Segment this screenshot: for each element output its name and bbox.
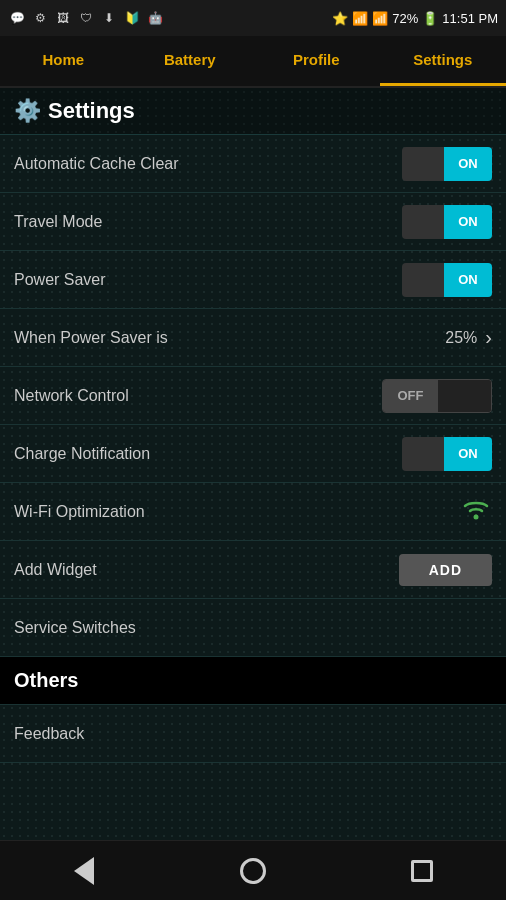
time: 11:51 PM <box>442 11 498 26</box>
status-icons-left: 💬 ⚙ 🖼 🛡 ⬇ 🔰 🤖 <box>8 9 164 27</box>
row-travel-mode: Travel Mode ON <box>0 193 506 251</box>
row-feedback[interactable]: Feedback <box>0 705 506 763</box>
toggle-on-label: ON <box>444 147 492 181</box>
label-charge-notification: Charge Notification <box>14 445 150 463</box>
settings-gear-icon: ⚙️ <box>14 98 40 124</box>
home-icon <box>240 858 266 884</box>
label-feedback: Feedback <box>14 725 84 743</box>
label-automatic-cache-clear: Automatic Cache Clear <box>14 155 179 173</box>
wifi-status-icon: 📶 <box>352 11 368 26</box>
toggle-automatic-cache-clear[interactable]: ON <box>402 147 492 181</box>
android-icon: 🤖 <box>146 9 164 27</box>
battery-icon: 🔋 <box>422 11 438 26</box>
tab-battery[interactable]: Battery <box>127 36 254 86</box>
back-button[interactable] <box>64 851 104 891</box>
tab-home[interactable]: Home <box>0 36 127 86</box>
toggle-on-label: ON <box>444 205 492 239</box>
row-service-switches[interactable]: Service Switches <box>0 599 506 657</box>
toggle-off-portion <box>402 147 444 181</box>
status-bar: 💬 ⚙ 🖼 🛡 ⬇ 🔰 🤖 ⭐ 📶 📶 72% 🔋 11:51 PM <box>0 0 506 36</box>
chevron-right-icon: › <box>485 326 492 349</box>
row-wifi-optimization[interactable]: Wi-Fi Optimization <box>0 483 506 541</box>
control-add-widget[interactable]: ADD <box>399 554 492 586</box>
percentage-value: 25% <box>445 329 477 347</box>
toggle-off-portion <box>402 437 444 471</box>
control-charge-notification[interactable]: ON <box>402 437 492 471</box>
control-when-power-saver[interactable]: 25% › <box>445 326 492 349</box>
label-network-control: Network Control <box>14 387 129 405</box>
tab-profile[interactable]: Profile <box>253 36 380 86</box>
main-content: ⚙️ Settings Automatic Cache Clear ON Tra… <box>0 88 506 840</box>
status-right: ⭐ 📶 📶 72% 🔋 11:51 PM <box>332 11 498 26</box>
recent-button[interactable] <box>402 851 442 891</box>
message-icon: 💬 <box>8 9 26 27</box>
section-others-title: Others <box>14 669 78 691</box>
row-when-power-saver[interactable]: When Power Saver is 25% › <box>0 309 506 367</box>
wifi-signal-icon <box>460 494 492 529</box>
label-wifi-optimization: Wi-Fi Optimization <box>14 503 145 521</box>
toggle-on-label: ON <box>444 437 492 471</box>
home-button[interactable] <box>233 851 273 891</box>
toggle-off-label: OFF <box>383 380 438 412</box>
row-add-widget: Add Widget ADD <box>0 541 506 599</box>
shield-icon: 🛡 <box>77 9 95 27</box>
page-title: Settings <box>48 98 135 124</box>
control-wifi-optimization <box>460 494 492 529</box>
bottom-nav <box>0 840 506 900</box>
label-travel-mode: Travel Mode <box>14 213 102 231</box>
toggle-power-saver[interactable]: ON <box>402 263 492 297</box>
image-icon: 🖼 <box>54 9 72 27</box>
control-network-control[interactable]: OFF <box>382 379 492 413</box>
gear-icon: ⚙ <box>31 9 49 27</box>
toggle-off-portion <box>402 205 444 239</box>
recent-icon <box>411 860 433 882</box>
toggle-travel-mode[interactable]: ON <box>402 205 492 239</box>
toggle-charge-notification[interactable]: ON <box>402 437 492 471</box>
label-add-widget: Add Widget <box>14 561 97 579</box>
section-others-header: Others <box>0 657 506 705</box>
vpn-icon: 🔰 <box>123 9 141 27</box>
add-widget-button[interactable]: ADD <box>399 554 492 586</box>
label-service-switches: Service Switches <box>14 619 136 637</box>
row-automatic-cache-clear: Automatic Cache Clear ON <box>0 135 506 193</box>
toggle-empty-portion <box>438 380 491 412</box>
back-icon <box>74 857 94 885</box>
battery-percent: 72% <box>392 11 418 26</box>
row-network-control: Network Control OFF <box>0 367 506 425</box>
signal-icon: 📶 <box>372 11 388 26</box>
svg-point-0 <box>474 515 479 520</box>
control-travel-mode[interactable]: ON <box>402 205 492 239</box>
download-icon: ⬇ <box>100 9 118 27</box>
star-icon: ⭐ <box>332 11 348 26</box>
control-power-saver[interactable]: ON <box>402 263 492 297</box>
toggle-on-label: ON <box>444 263 492 297</box>
label-when-power-saver: When Power Saver is <box>14 329 168 347</box>
toggle-off-portion <box>402 263 444 297</box>
toggle-network-control[interactable]: OFF <box>382 379 492 413</box>
nav-tabs: Home Battery Profile Settings <box>0 36 506 88</box>
control-automatic-cache-clear[interactable]: ON <box>402 147 492 181</box>
tab-settings[interactable]: Settings <box>380 36 507 86</box>
row-power-saver: Power Saver ON <box>0 251 506 309</box>
page-title-bar: ⚙️ Settings <box>0 88 506 135</box>
row-charge-notification: Charge Notification ON <box>0 425 506 483</box>
label-power-saver: Power Saver <box>14 271 106 289</box>
